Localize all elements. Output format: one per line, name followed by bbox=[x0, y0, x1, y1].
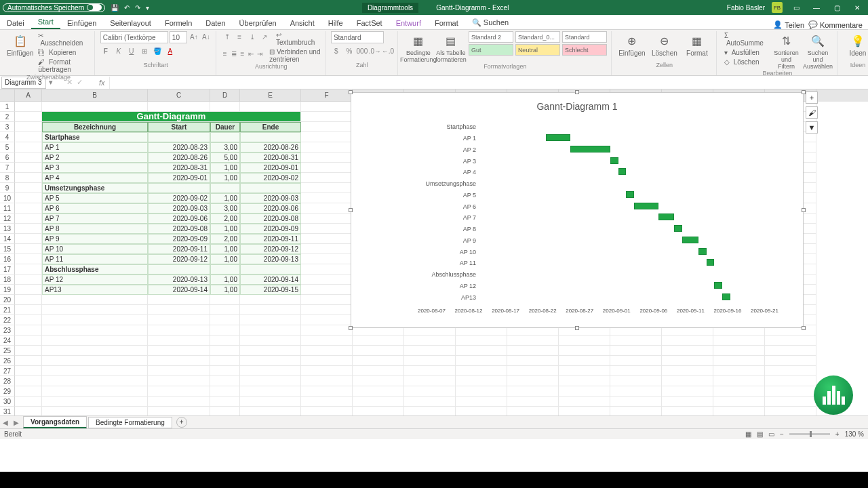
autosave-toggle[interactable]: Automatisches Speichern bbox=[3, 3, 105, 12]
decrease-font-icon[interactable]: A↓ bbox=[201, 31, 212, 42]
table-cell[interactable]: 2020-09-15 bbox=[240, 285, 301, 295]
table-cell[interactable]: AP 2 bbox=[42, 152, 148, 163]
chart-elements-icon[interactable]: + bbox=[806, 92, 818, 104]
format-cells-button[interactable]: ▦Format bbox=[682, 31, 712, 57]
row-header[interactable]: 1 bbox=[0, 102, 15, 112]
chart-bar[interactable] bbox=[570, 146, 610, 152]
chart-styles-icon[interactable]: 🖌 bbox=[806, 106, 818, 119]
align-left-icon[interactable]: ≡ bbox=[222, 48, 229, 59]
number-format-combo[interactable]: Standard bbox=[331, 31, 384, 43]
column-header[interactable]: D bbox=[210, 89, 240, 102]
wrap-text-button[interactable]: ↩ Textumbruch bbox=[276, 31, 321, 46]
sheet-nav-next-icon[interactable]: ▶ bbox=[11, 419, 22, 426]
tab-start[interactable]: Start bbox=[31, 16, 60, 29]
chart-bar[interactable] bbox=[698, 248, 707, 255]
chart-bar[interactable] bbox=[626, 191, 634, 198]
table-cell[interactable]: Startphase bbox=[42, 132, 148, 142]
table-cell[interactable]: 5,00 bbox=[210, 152, 240, 163]
row-header[interactable]: 25 bbox=[0, 346, 15, 356]
table-cell[interactable]: 3,00 bbox=[210, 203, 240, 214]
table-cell[interactable]: 1,00 bbox=[210, 254, 240, 264]
add-sheet-button[interactable]: + bbox=[176, 417, 187, 428]
row-header[interactable]: 29 bbox=[0, 386, 15, 396]
formula-input[interactable] bbox=[109, 77, 868, 89]
chart-bar[interactable] bbox=[546, 134, 570, 141]
underline-button[interactable]: U bbox=[126, 45, 137, 56]
fx-icon[interactable]: fx bbox=[99, 79, 105, 87]
clear-button[interactable]: ◇ Löschen bbox=[722, 58, 770, 66]
font-size-combo[interactable]: 10 bbox=[170, 31, 187, 43]
table-cell[interactable]: 2,00 bbox=[210, 214, 240, 224]
table-cell[interactable]: 1,00 bbox=[210, 244, 240, 254]
row-header[interactable]: 3 bbox=[0, 122, 15, 132]
row-header[interactable]: 23 bbox=[0, 325, 15, 336]
cut-button[interactable]: ✂ Ausschneiden bbox=[36, 31, 90, 47]
name-box[interactable]: Diagramm 3 bbox=[1, 77, 46, 89]
table-cell[interactable]: AP 6 bbox=[42, 203, 148, 214]
undo-icon[interactable]: ↶ bbox=[124, 4, 130, 12]
table-cell[interactable]: 2020-09-03 bbox=[240, 193, 301, 203]
table-cell[interactable]: 2020-08-31 bbox=[240, 152, 301, 163]
paste-button[interactable]: 📋Einfügen bbox=[7, 31, 33, 57]
table-cell[interactable]: AP 11 bbox=[42, 254, 148, 264]
column-header[interactable]: E bbox=[240, 89, 301, 102]
align-middle-icon[interactable]: ≡ bbox=[234, 31, 245, 42]
table-cell[interactable]: 2020-09-14 bbox=[240, 274, 301, 285]
table-cell[interactable] bbox=[148, 264, 210, 274]
row-header[interactable]: 27 bbox=[0, 366, 15, 376]
chart-filter-icon[interactable]: ▼ bbox=[806, 121, 818, 134]
chart-bar[interactable] bbox=[682, 237, 698, 243]
column-header[interactable]: C bbox=[148, 89, 210, 102]
orientation-icon[interactable]: ↗ bbox=[259, 31, 270, 42]
table-cell[interactable]: 1,00 bbox=[210, 274, 240, 285]
table-cell[interactable]: 2020-08-31 bbox=[148, 163, 210, 173]
chart-bar[interactable] bbox=[714, 282, 722, 289]
column-header[interactable]: A bbox=[15, 89, 42, 102]
align-right-icon[interactable]: ≡ bbox=[239, 48, 246, 59]
format-as-table-button[interactable]: ▤Als Tabelle formatieren bbox=[436, 31, 466, 63]
sheet-tab[interactable]: Bedingte Formatierung bbox=[88, 417, 172, 428]
tab-ueberpruefen[interactable]: Überprüfen bbox=[233, 17, 283, 29]
search-box[interactable]: 🔍 Suchen bbox=[465, 16, 515, 29]
table-cell[interactable]: 2020-09-06 bbox=[240, 203, 301, 214]
row-header[interactable]: 14 bbox=[0, 234, 15, 244]
zoom-slider[interactable] bbox=[789, 433, 830, 435]
align-top-icon[interactable]: ⤒ bbox=[222, 31, 233, 42]
toggle-switch[interactable] bbox=[87, 4, 102, 11]
close-icon[interactable]: ✕ bbox=[850, 4, 864, 12]
table-cell[interactable] bbox=[210, 132, 240, 142]
table-cell[interactable]: AP13 bbox=[42, 285, 148, 295]
row-header[interactable]: 6 bbox=[0, 152, 15, 163]
namebox-dropdown-icon[interactable]: ▾ bbox=[49, 78, 53, 87]
share-button[interactable]: 👤 Teilen bbox=[773, 20, 804, 29]
avatar[interactable]: FB bbox=[772, 2, 783, 13]
fill-color-button[interactable]: 🪣 bbox=[152, 45, 163, 56]
table-cell[interactable]: 1,00 bbox=[210, 285, 240, 295]
row-header[interactable]: 16 bbox=[0, 254, 15, 264]
row-header[interactable]: 12 bbox=[0, 214, 15, 224]
insert-cells-button[interactable]: ⊕Einfügen bbox=[617, 31, 647, 57]
comments-button[interactable]: 💬 Kommentare bbox=[808, 20, 863, 29]
chart-bar[interactable] bbox=[674, 225, 682, 232]
ribbon-display-icon[interactable]: ▭ bbox=[789, 4, 803, 12]
cell-style[interactable]: Standard_0... bbox=[515, 31, 560, 43]
row-header[interactable]: 9 bbox=[0, 183, 15, 193]
tab-hilfe[interactable]: Hilfe bbox=[321, 17, 350, 29]
thousand-icon[interactable]: 000 bbox=[357, 45, 368, 56]
tab-entwurf[interactable]: Entwurf bbox=[389, 17, 428, 29]
border-button[interactable]: ⊞ bbox=[139, 45, 150, 56]
row-header[interactable]: 24 bbox=[0, 336, 15, 346]
table-cell[interactable] bbox=[210, 183, 240, 193]
chart-bar[interactable] bbox=[634, 203, 658, 209]
inc-decimal-icon[interactable]: .0→ bbox=[370, 45, 380, 56]
zoom-out-icon[interactable]: − bbox=[780, 430, 784, 438]
italic-button[interactable]: K bbox=[113, 45, 124, 56]
table-cell[interactable]: 2020-09-06 bbox=[148, 214, 210, 224]
dec-decimal-icon[interactable]: ←.0 bbox=[382, 45, 393, 56]
table-cell[interactable] bbox=[240, 183, 301, 193]
column-header[interactable]: B bbox=[42, 89, 148, 102]
select-all-corner[interactable] bbox=[0, 89, 15, 102]
minimize-icon[interactable]: — bbox=[810, 4, 823, 12]
tab-formeln[interactable]: Formeln bbox=[158, 17, 199, 29]
delete-cells-button[interactable]: ⊖Löschen bbox=[650, 31, 679, 57]
